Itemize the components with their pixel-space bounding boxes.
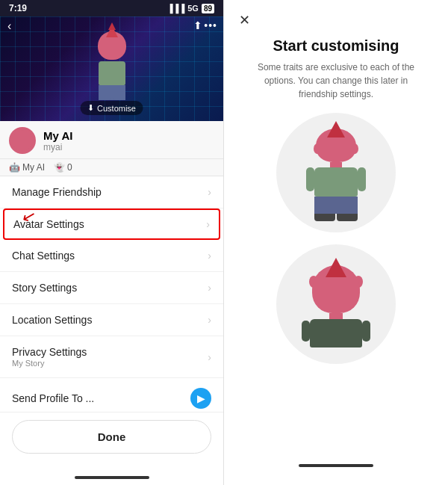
bm-arm-left: [306, 167, 314, 191]
privacy-chevron-icon: ›: [208, 351, 211, 363]
close-button[interactable]: ✕: [239, 12, 257, 28]
avatar-head: [98, 31, 126, 60]
menu-item-send-profile-label: Send Profile To ...: [12, 392, 94, 404]
menu-item-manage-friendship-label: Manage Friendship: [12, 186, 102, 198]
menu-item-story-settings[interactable]: Story Settings ›: [0, 272, 223, 304]
menu-item-location-settings[interactable]: Location Settings ›: [0, 304, 223, 336]
customise-chevron-icon: ⬇: [87, 103, 94, 113]
profile-text: My AI myai: [43, 129, 72, 152]
avatar-options: [239, 113, 433, 451]
score-value: 0: [67, 162, 72, 173]
bm-foot-right: [337, 214, 358, 221]
avatar-legs: [99, 85, 125, 100]
bm-body: [314, 167, 358, 197]
bitmoji-bust-figure: [295, 259, 377, 349]
avatar-leg-left: [99, 85, 111, 100]
menu-item-privacy-settings[interactable]: Privacy Settings My Story ›: [0, 336, 223, 378]
menu-item-privacy-settings-sub: My Story: [12, 359, 87, 368]
myai-icon: 🤖: [9, 162, 20, 173]
done-section: Done: [0, 412, 223, 466]
signal-icon: ▐▐▐: [167, 4, 184, 13]
bm-pant-left: [314, 197, 335, 214]
menu-item-location-settings-content: Location Settings: [12, 314, 92, 326]
menu-item-manage-friendship-content: Manage Friendship: [12, 186, 102, 198]
meta-score: 👻 0: [54, 162, 72, 173]
share-button[interactable]: ⬆: [193, 19, 202, 31]
bm-foot-left: [314, 214, 335, 221]
menu-item-location-settings-label: Location Settings: [12, 314, 92, 326]
avatar-settings-chevron-icon: ›: [206, 218, 210, 230]
menu-item-send-profile[interactable]: Send Profile To ... ▶: [0, 378, 223, 412]
profile-name: My AI: [43, 129, 72, 142]
hero-area: ‹ ⬆ ••• ⬇ Customise: [0, 16, 223, 121]
bm2-hair: [326, 258, 346, 277]
right-subtitle: Some traits are exclusive to each of the…: [239, 61, 433, 101]
hero-avatar: [82, 24, 142, 106]
menu-item-chat-settings-content: Chat Settings: [12, 250, 75, 262]
avatar-hair-detail: [108, 22, 116, 30]
battery-indicator: 89: [202, 4, 214, 13]
status-bar: 7:19 ▐▐▐ 5G 89: [0, 0, 223, 16]
location-chevron-icon: ›: [208, 314, 211, 326]
profile-avatar-small: [12, 130, 33, 151]
menu-item-story-settings-label: Story Settings: [12, 282, 77, 294]
bm2-arm-left: [302, 321, 310, 342]
bitmoji-full-figure: [299, 124, 373, 221]
bm-feet: [314, 214, 358, 221]
menu-item-send-profile-content: Send Profile To ...: [12, 392, 94, 404]
avatar-body: [99, 61, 125, 85]
menu-item-chat-settings[interactable]: Chat Settings ›: [0, 240, 223, 272]
right-title: Start customising: [239, 37, 433, 55]
menu-list: Manage Friendship › ↙ Avatar Settings › …: [0, 176, 223, 412]
done-button[interactable]: Done: [12, 420, 211, 454]
customise-label: Customise: [97, 104, 136, 113]
bm-arms: [306, 167, 366, 191]
menu-item-privacy-settings-content: Privacy Settings My Story: [12, 346, 87, 368]
avatar-option-bust[interactable]: [276, 244, 396, 364]
bm-hair: [327, 121, 345, 138]
bm-pants: [314, 197, 358, 214]
home-bar: [75, 476, 149, 479]
network-type: 5G: [187, 4, 199, 13]
bm-neck: [330, 162, 342, 167]
score-icon: 👻: [54, 162, 65, 173]
profile-thumbnail: [9, 127, 36, 154]
menu-item-story-settings-content: Story Settings: [12, 282, 77, 294]
right-home-bar: [299, 464, 373, 467]
story-chevron-icon: ›: [208, 282, 211, 294]
avatar-leg-right: [113, 85, 125, 100]
menu-item-chat-settings-label: Chat Settings: [12, 250, 75, 262]
status-icons: ▐▐▐ 5G 89: [167, 4, 214, 13]
left-panel: 7:19 ▐▐▐ 5G 89 ‹ ⬆ •••: [0, 0, 224, 485]
avatar-option-full-body[interactable]: [276, 113, 396, 232]
more-options-button[interactable]: •••: [204, 19, 217, 31]
customise-badge[interactable]: ⬇ Customise: [80, 101, 143, 115]
bm-pant-right: [337, 197, 358, 214]
menu-item-privacy-settings-label: Privacy Settings: [12, 346, 87, 358]
home-indicator: [0, 466, 223, 485]
bm2-body: [310, 319, 362, 347]
bm2-arm-right: [362, 321, 370, 342]
avatar-figure: [90, 31, 134, 99]
chevron-icon: ›: [208, 186, 211, 198]
status-time: 7:19: [9, 3, 27, 13]
chat-chevron-icon: ›: [208, 250, 211, 262]
meta-myai: 🤖 My AI: [9, 162, 45, 173]
bm2-neck: [329, 313, 343, 319]
menu-item-manage-friendship[interactable]: Manage Friendship ›: [0, 176, 223, 208]
send-profile-icon[interactable]: ▶: [190, 388, 211, 409]
profile-meta: 🤖 My AI 👻 0: [0, 159, 223, 176]
right-panel: ✕ Start customising Some traits are excl…: [224, 0, 448, 485]
back-button[interactable]: ‹: [7, 19, 11, 33]
meta-myai-label: My AI: [22, 162, 45, 173]
right-home-indicator: [239, 451, 433, 473]
profile-info: My AI myai: [0, 121, 223, 159]
bm-arm-right: [358, 167, 366, 191]
profile-username: myai: [43, 142, 72, 152]
